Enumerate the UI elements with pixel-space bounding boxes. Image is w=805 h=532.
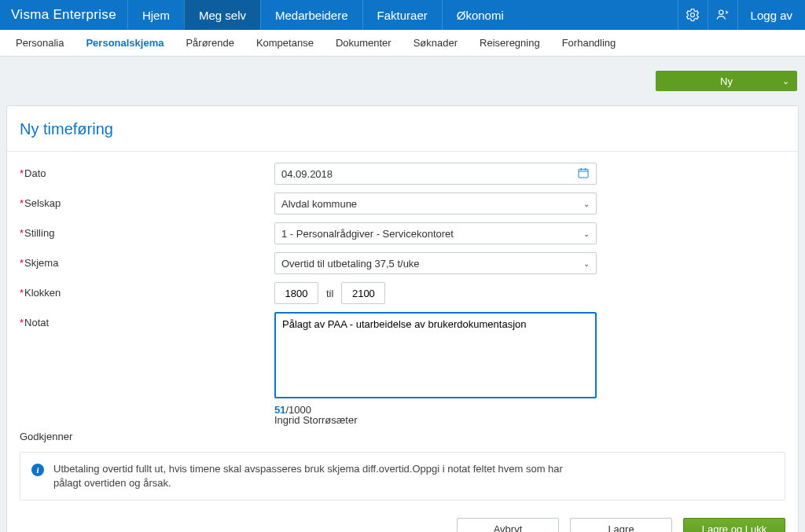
klokken-til-label: til: [326, 288, 333, 299]
notat-textarea[interactable]: Pålagt av PAA - utarbeidelse av brukerdo…: [274, 312, 597, 398]
subtab-forhandling[interactable]: Forhandling: [551, 30, 627, 56]
skjema-select[interactable]: Overtid til utbetaling 37,5 t/uke ⌄: [274, 252, 597, 274]
chevron-down-icon: ⌄: [583, 200, 590, 208]
topnav-hjem[interactable]: Hjem: [127, 0, 184, 30]
topnav-meg-selv[interactable]: Meg selv: [184, 0, 260, 30]
ny-bar: Ny ⌄: [0, 57, 805, 105]
godkjenner-value: Ingrid Storrøsæter: [274, 414, 785, 426]
info-text: Utbetaling overtid fullt ut, hvis timene…: [53, 462, 588, 490]
svg-point-0: [691, 13, 695, 17]
label-klokken: Klokken: [24, 287, 61, 299]
subtab-kompetanse[interactable]: Kompetanse: [245, 30, 325, 56]
user-switch-icon[interactable]: [708, 0, 737, 30]
klokken-from-input[interactable]: [274, 282, 318, 304]
panel-title: Ny timeføring: [7, 106, 798, 151]
skjema-value: Overtid til utbetaling 37,5 t/uke: [281, 258, 420, 270]
row-stilling: *Stilling 1 - Personalrådgiver - Service…: [20, 222, 785, 244]
chevron-down-icon: ⌄: [782, 76, 789, 86]
subtab-personalskjema[interactable]: Personalskjema: [75, 30, 175, 56]
klokken-to-input[interactable]: [341, 282, 385, 304]
cancel-button[interactable]: Avbryt: [457, 518, 559, 532]
label-godkjenner: Godkjenner: [20, 431, 72, 442]
action-bar: Avbryt Lagre Lagre og Lukk: [7, 501, 798, 532]
ny-dropdown-label: Ny: [720, 75, 733, 87]
row-godkjenner: Godkjenner: [20, 429, 785, 442]
dato-input[interactable]: 04.09.2018: [274, 163, 597, 185]
row-selskap: *Selskap Alvdal kommune ⌄: [20, 193, 785, 215]
stilling-select[interactable]: 1 - Personalrådgiver - Servicekontoret ⌄: [274, 222, 597, 244]
dato-value: 04.09.2018: [281, 168, 333, 180]
info-box: i Utbetaling overtid fullt ut, hvis time…: [20, 452, 785, 501]
settings-icon[interactable]: [678, 0, 708, 30]
subtab-parorende[interactable]: Pårørende: [175, 30, 244, 56]
label-dato: Dato: [24, 167, 46, 179]
subtab-soknader[interactable]: Søknader: [402, 30, 469, 56]
selskap-select[interactable]: Alvdal kommune ⌄: [274, 193, 597, 215]
svg-point-1: [719, 10, 723, 14]
sub-tabs: Personalia Personalskjema Pårørende Komp…: [0, 30, 805, 57]
chevron-down-icon: ⌄: [583, 229, 590, 238]
form: *Dato 04.09.2018 *Selskap Alvdal kommune…: [7, 163, 798, 442]
svg-rect-2: [579, 169, 588, 178]
stilling-value: 1 - Personalrådgiver - Servicekontoret: [281, 228, 454, 240]
calendar-icon[interactable]: [577, 167, 590, 182]
save-button[interactable]: Lagre: [570, 518, 672, 532]
brand: Visma Enterprise: [0, 0, 127, 30]
form-panel: Ny timeføring *Dato 04.09.2018 *Selskap …: [6, 105, 799, 532]
label-notat: Notat: [24, 317, 49, 328]
row-klokken: *Klokken til: [20, 282, 785, 304]
row-skjema: *Skjema Overtid til utbetaling 37,5 t/uk…: [20, 252, 785, 274]
subtab-dokumenter[interactable]: Dokumenter: [325, 30, 402, 56]
label-stilling: Stilling: [24, 227, 54, 239]
topnav-fakturaer[interactable]: Fakturaer: [362, 0, 442, 30]
label-skjema: Skjema: [24, 257, 58, 269]
chevron-down-icon: ⌄: [583, 259, 590, 268]
subtab-reiseregning[interactable]: Reiseregning: [469, 30, 551, 56]
subtab-personalia[interactable]: Personalia: [5, 30, 75, 56]
ny-dropdown[interactable]: Ny ⌄: [656, 71, 797, 91]
row-dato: *Dato 04.09.2018: [20, 163, 785, 185]
row-notat: *Notat Pålagt av PAA - utarbeidelse av b…: [20, 312, 785, 426]
save-close-button[interactable]: Lagre og Lukk: [683, 518, 785, 532]
topnav-medarbeidere[interactable]: Medarbeidere: [260, 0, 362, 30]
info-icon: i: [31, 464, 44, 476]
top-nav: Hjem Meg selv Medarbeidere Fakturaer Øko…: [127, 0, 518, 30]
selskap-value: Alvdal kommune: [281, 198, 357, 210]
logoff-link[interactable]: Logg av: [737, 0, 805, 30]
topnav-okonomi[interactable]: Økonomi: [442, 0, 518, 30]
label-selskap: Selskap: [24, 197, 61, 209]
panel-divider: [7, 151, 798, 152]
topbar: Visma Enterprise Hjem Meg selv Medarbeid…: [0, 0, 805, 30]
